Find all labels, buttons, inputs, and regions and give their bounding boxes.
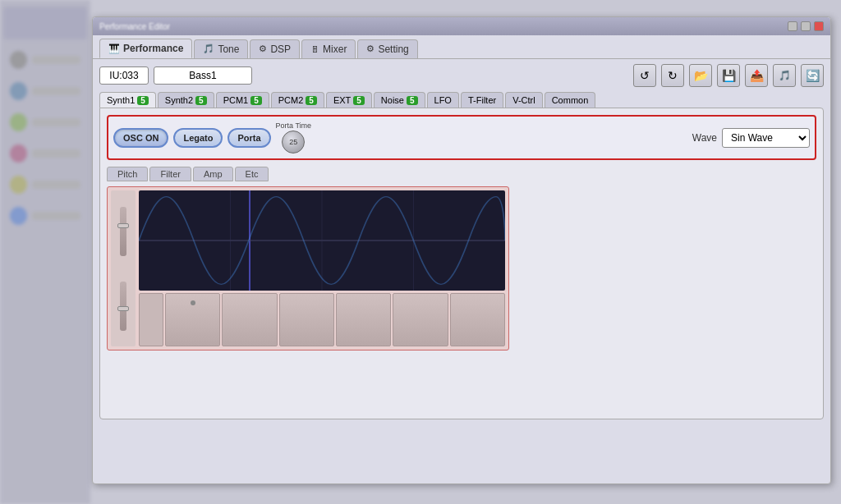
refresh-button[interactable]: 🔄 bbox=[801, 64, 824, 87]
legato-button[interactable]: Legato bbox=[173, 128, 223, 148]
noise-badge: 5 bbox=[407, 96, 418, 105]
tab-mixer[interactable]: 🎚 Mixer bbox=[301, 39, 356, 58]
tab-tone[interactable]: 🎵 Tone bbox=[194, 39, 248, 58]
main-window: Performance Editor 🎹 Performance 🎵 Tone … bbox=[92, 16, 831, 484]
waveform-display bbox=[139, 190, 505, 291]
synth-keys-area bbox=[139, 293, 505, 346]
mixer-tab-icon: 🎚 bbox=[310, 44, 319, 54]
wave-select[interactable]: Sin Wave Saw Wave Square Wave Triangle N… bbox=[722, 128, 810, 148]
pcm1-label: PCM1 bbox=[223, 95, 249, 105]
key-3[interactable] bbox=[222, 293, 277, 346]
synth-tab-common[interactable]: Common bbox=[545, 92, 596, 108]
pcm1-badge: 5 bbox=[250, 96, 262, 105]
key-indicator bbox=[191, 300, 195, 305]
fader-2-thumb bbox=[117, 306, 129, 311]
synth-tab-vctrl[interactable]: V-Ctrl bbox=[505, 92, 543, 108]
sidebar-item bbox=[3, 140, 87, 167]
toolbar: IU:033 Bass1 ↺ ↻ 📂 💾 📤 🎵 🔄 bbox=[93, 59, 830, 92]
export-button[interactable]: 📤 bbox=[745, 64, 768, 87]
sub-tab-etc[interactable]: Etc bbox=[235, 167, 269, 181]
synth-display bbox=[107, 186, 509, 351]
sub-tab-pitch[interactable]: Pitch bbox=[107, 167, 148, 181]
sub-tab-amp[interactable]: Amp bbox=[193, 167, 233, 181]
synth-tab-tfilter[interactable]: T-Filter bbox=[461, 92, 503, 108]
synth-fader-column bbox=[111, 190, 136, 346]
porta-time-label: Porta Time bbox=[276, 121, 312, 130]
synth1-badge: 5 bbox=[137, 96, 149, 105]
synth2-label: Synth2 bbox=[165, 95, 193, 105]
wave-label: Wave bbox=[692, 132, 717, 144]
fader-1-thumb bbox=[117, 223, 129, 228]
pcm2-label: PCM2 bbox=[278, 95, 304, 105]
synth-tabs: Synth1 5 Synth2 5 PCM1 5 PCM2 5 EXT 5 No… bbox=[93, 92, 830, 108]
tab-performance-label: Performance bbox=[123, 43, 183, 54]
sidebar-item bbox=[3, 171, 87, 199]
porta-time-group: Porta Time 25 bbox=[276, 121, 312, 153]
porta-time-knob[interactable]: 25 bbox=[282, 131, 305, 153]
synth-tab-ext[interactable]: EXT 5 bbox=[326, 92, 372, 108]
preset-name-box[interactable]: Bass1 bbox=[154, 66, 252, 85]
synth-tab-noise[interactable]: Noise 5 bbox=[374, 92, 425, 108]
sidebar-item bbox=[3, 202, 87, 230]
record-button[interactable]: 🎵 bbox=[773, 64, 796, 87]
close-button[interactable] bbox=[814, 21, 824, 31]
synth-tab-synth2[interactable]: Synth2 5 bbox=[158, 92, 214, 108]
synth-tab-lfo[interactable]: LFO bbox=[427, 92, 459, 108]
ext-label: EXT bbox=[333, 95, 351, 105]
fader-2[interactable] bbox=[120, 282, 126, 331]
synth-tab-synth1[interactable]: Synth1 5 bbox=[99, 92, 156, 108]
setting-tab-icon: ⚙ bbox=[366, 44, 375, 54]
redo-button[interactable]: ↻ bbox=[661, 64, 684, 87]
title-bar-text: Performance Editor bbox=[99, 22, 784, 31]
key-4[interactable] bbox=[279, 293, 334, 346]
tab-mixer-label: Mixer bbox=[323, 44, 347, 55]
tab-setting-label: Setting bbox=[378, 44, 408, 55]
tab-dsp-label: DSP bbox=[270, 44, 291, 55]
performance-tab-icon: 🎹 bbox=[108, 44, 120, 54]
key-6[interactable] bbox=[393, 293, 448, 346]
fader-1[interactable] bbox=[120, 207, 126, 256]
content-area: OSC ON Legato Porta Porta Time 25 Wave S… bbox=[99, 108, 824, 419]
undo-button[interactable]: ↺ bbox=[633, 64, 656, 87]
tab-setting[interactable]: ⚙ Setting bbox=[357, 39, 417, 58]
synth1-label: Synth1 bbox=[107, 95, 135, 105]
synth-tab-pcm2[interactable]: PCM2 5 bbox=[271, 92, 324, 108]
vctrl-label: V-Ctrl bbox=[512, 95, 535, 105]
tab-tone-label: Tone bbox=[218, 44, 239, 55]
tone-tab-icon: 🎵 bbox=[203, 44, 214, 54]
tfilter-label: T-Filter bbox=[468, 95, 496, 105]
save-button[interactable]: 💾 bbox=[717, 64, 740, 87]
waveform-svg bbox=[139, 190, 505, 291]
sub-tabs: Pitch Filter Amp Etc bbox=[107, 167, 816, 181]
sidebar-item bbox=[3, 108, 87, 136]
osc-controls: OSC ON Legato Porta Porta Time 25 Wave S… bbox=[107, 115, 816, 160]
preset-id-box: IU:033 bbox=[99, 66, 149, 85]
porta-button[interactable]: Porta bbox=[227, 128, 270, 148]
sidebar bbox=[0, 0, 90, 504]
osc-on-button[interactable]: OSC ON bbox=[113, 128, 168, 148]
synth-tab-pcm1[interactable]: PCM1 5 bbox=[216, 92, 269, 108]
tab-performance[interactable]: 🎹 Performance bbox=[99, 39, 192, 58]
dsp-tab-icon: ⚙ bbox=[259, 44, 267, 54]
noise-label: Noise bbox=[381, 95, 404, 105]
tab-bar: 🎹 Performance 🎵 Tone ⚙ DSP 🎚 Mixer ⚙ Set… bbox=[93, 35, 830, 59]
sub-tab-filter[interactable]: Filter bbox=[149, 167, 191, 181]
key-7[interactable] bbox=[450, 293, 505, 346]
minimize-button[interactable] bbox=[788, 21, 797, 31]
pcm2-badge: 5 bbox=[306, 96, 317, 105]
key-2[interactable] bbox=[165, 293, 220, 346]
tab-dsp[interactable]: ⚙ DSP bbox=[250, 39, 300, 58]
sidebar-item bbox=[3, 46, 87, 74]
open-button[interactable]: 📂 bbox=[689, 64, 712, 87]
ext-badge: 5 bbox=[353, 96, 365, 105]
maximize-button[interactable] bbox=[801, 21, 811, 31]
lfo-label: LFO bbox=[434, 95, 452, 105]
title-bar: Performance Editor bbox=[93, 17, 830, 35]
synth2-badge: 5 bbox=[195, 96, 207, 105]
key-5[interactable] bbox=[336, 293, 391, 346]
key-1[interactable] bbox=[139, 293, 163, 346]
common-label: Common bbox=[552, 95, 589, 105]
porta-time-value: 25 bbox=[289, 138, 297, 146]
sidebar-item bbox=[3, 77, 87, 105]
wave-group: Wave Sin Wave Saw Wave Square Wave Trian… bbox=[692, 128, 810, 148]
